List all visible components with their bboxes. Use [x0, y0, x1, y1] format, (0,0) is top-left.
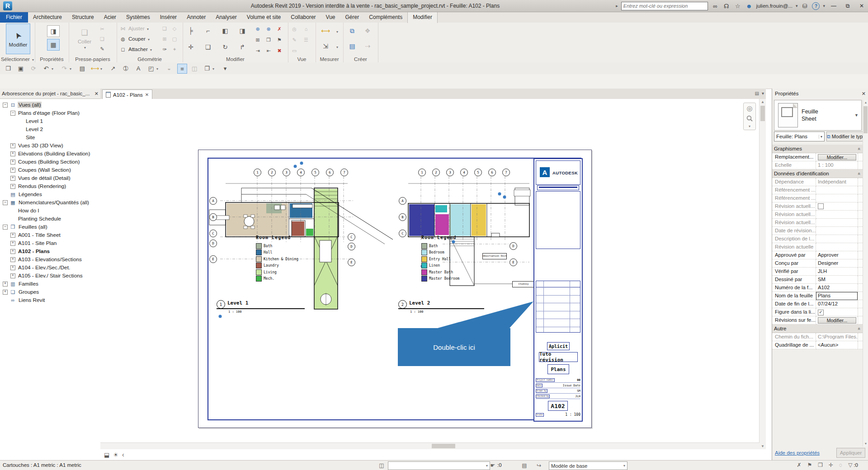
ribbon-tab-ins-rer[interactable]: Insérer [155, 12, 182, 23]
prop-value-r-vision-actuell[interactable] [816, 219, 858, 227]
select-underlay-icon[interactable]: ◌ [839, 462, 842, 468]
create-group-icon[interactable]: ⧉ [348, 26, 357, 35]
trim-extend-icon[interactable]: ↱ [238, 42, 247, 52]
tree-item-how-do-i[interactable]: How do I [0, 207, 100, 215]
tree-item-rendus-rendering[interactable]: +Rendus (Rendering) [0, 182, 100, 190]
redo-icon[interactable]: ↷ [60, 64, 69, 73]
prop-value-figure-dans-la-li[interactable]: ✓ [816, 308, 858, 316]
prop-section-graphismes[interactable]: Graphismes« [772, 145, 863, 153]
cut-geometry-icon[interactable]: ◍ [119, 35, 127, 42]
paste-button[interactable]: ❑ Coller ▾ [74, 24, 95, 54]
design-option-dropdown[interactable]: Modèle de base▾ [549, 461, 627, 470]
prop-value-description-de-l[interactable] [816, 235, 858, 243]
close-hidden-windows-icon[interactable]: ◫ [190, 64, 199, 73]
signed-in-user[interactable]: julien.frouin@... [756, 3, 793, 9]
ribbon-tab-volume-et-site[interactable]: Volume et site [242, 12, 286, 23]
tab-overflow-caret-icon[interactable]: ▾ [762, 91, 764, 96]
apply-button[interactable]: Appliquer [836, 448, 865, 458]
ribbon-tab-fichier[interactable]: Fichier [0, 12, 28, 23]
worksets-dropdown[interactable]: ▾ [388, 461, 490, 470]
tree-item-planting-schedule[interactable]: Planting Schedule [0, 215, 100, 223]
properties-help-link[interactable]: Aide des propriétés [775, 450, 820, 456]
tree-item-vues-all[interactable]: −⊡Vues (all) [0, 101, 100, 109]
tree-item-feuilles-all[interactable]: −❒Feuilles (all) [0, 223, 100, 231]
prop-value-r-f-rencement[interactable] [816, 186, 858, 194]
expand-icon[interactable]: + [10, 160, 15, 164]
checkbox-checked-icon[interactable]: ✓ [818, 310, 824, 315]
ribbon-tab-g-rer[interactable]: Gérer [340, 12, 364, 23]
tree-item-plans-d-tage-floor-plan[interactable]: −Plans d'étage (Floor Plan) [0, 109, 100, 117]
expand-icon[interactable]: + [3, 282, 8, 287]
type-selector-caret-icon[interactable]: ▼ [854, 113, 859, 118]
profile-icon[interactable]: ▢ [171, 35, 178, 42]
prop-scroll-down-icon[interactable]: ▼ [863, 441, 868, 446]
measure-ruler-icon[interactable]: ⟷ [321, 26, 330, 35]
tree-item-a102-plans[interactable]: +A102 - Plans [0, 247, 100, 255]
ribbon-tab-architecture[interactable]: Architecture [28, 12, 67, 23]
section-icon[interactable]: ◒ [165, 64, 174, 73]
project-browser-close-icon[interactable]: ✕ [94, 91, 99, 97]
create-parts-icon[interactable]: ⇢ [363, 42, 372, 51]
vertical-scrollbar[interactable]: ▲ ▼ [759, 99, 766, 449]
tree-item-familles[interactable]: +▥Familles [0, 280, 100, 288]
account-icon[interactable]: ☻ [745, 2, 753, 10]
create-assembly-icon[interactable]: ▤ [348, 42, 357, 51]
measure-icon[interactable]: ⟷ [90, 64, 99, 73]
steering-wheel-icon[interactable]: ◎ [746, 104, 752, 113]
active-only-icon[interactable]: ↪ [535, 462, 542, 469]
edit-type-button[interactable]: ⧉ Modifier le type [826, 132, 866, 141]
press-drag-select-icon[interactable]: ✗ [797, 462, 801, 468]
help-caret-icon[interactable]: ▾ [823, 4, 825, 8]
expand-icon[interactable]: + [10, 257, 15, 262]
double-click-callout[interactable]: Double-clic ici [398, 328, 510, 366]
worksets-icon[interactable]: ◫ [378, 462, 385, 469]
hammer-icon[interactable]: ✦ [171, 46, 178, 53]
demolish-icon[interactable]: ◇ [171, 25, 178, 32]
join-geometry-icon[interactable]: ◻ [119, 46, 127, 53]
modify-select-button[interactable]: ➤ Modifier [6, 24, 30, 54]
expand-icon[interactable]: + [10, 168, 15, 173]
expand-icon[interactable]: + [10, 249, 15, 254]
mirror-draw-axis-icon[interactable]: ◨ [238, 26, 247, 35]
title-block[interactable]: A AUTODESK Aplicit Tuto révision Plans P… [533, 158, 583, 422]
zoom-icon[interactable] [746, 115, 753, 122]
ribbon-tab-collaborer[interactable]: Collaborer [286, 12, 321, 23]
ribbon-tab-compl-ments[interactable]: Compléments [364, 12, 407, 23]
cope-icon[interactable]: ⋈ [119, 25, 127, 32]
scroll-up-icon[interactable]: ▲ [760, 99, 766, 105]
align-icon[interactable]: ╞ [186, 26, 195, 35]
scale-box-icon[interactable]: ⬓ [104, 451, 109, 458]
collapse-left-icon[interactable]: ‹ [122, 451, 124, 458]
aligned-dimension-icon[interactable]: ↗ [108, 64, 118, 73]
thin-lines-icon[interactable]: ≡ [177, 64, 187, 74]
split-with-gap-icon[interactable]: ⊗ [265, 25, 272, 33]
reveal-hidden-icon[interactable]: ☀ [113, 451, 118, 458]
tree-item-l-gendes[interactable]: ▤Légendes [0, 190, 100, 198]
nav-caret-icon[interactable]: ▾ [749, 124, 750, 128]
prop-value-con-u-par[interactable]: Designer [816, 259, 858, 268]
tree-item-el-vations-building-elevation[interactable]: +Elévations (Building Elevation) [0, 150, 100, 158]
extend-multiple-icon[interactable]: ⇤ [265, 47, 272, 54]
collapse-icon[interactable]: − [10, 111, 15, 116]
filter-combo[interactable]: Feuille: Plans▾ [774, 132, 825, 141]
default-3d-view-caret-icon[interactable]: ▾ [156, 67, 158, 71]
tree-item-a105-elev-stair-sections[interactable]: +A105 - Elev./ Stair Sections [0, 272, 100, 280]
linework-icon[interactable]: ☰ [302, 36, 310, 43]
paint-icon[interactable]: ✑ [161, 46, 168, 53]
prop-value-r-visions-sur-fe[interactable]: Modifier... [816, 316, 858, 324]
prop-value-r-vision-actuell[interactable] [816, 202, 858, 211]
tab-list-icon[interactable]: ▤ [755, 91, 759, 96]
prop-value-r-vision-actuell[interactable] [816, 211, 858, 219]
display-icon[interactable]: ⌂ [302, 25, 310, 33]
save-icon[interactable]: ▣ [16, 64, 25, 73]
prop-section-donn-es-d-identification[interactable]: Données d'identification« [772, 169, 863, 178]
cut-geometry-label[interactable]: Couper ▾ [128, 36, 150, 42]
search-icon[interactable]: ∞ [711, 2, 719, 10]
redo-caret-icon[interactable]: ▾ [70, 67, 71, 71]
trim-to-corner-icon[interactable]: ⇥ [254, 47, 261, 54]
match-properties-icon[interactable]: ✎ [99, 45, 106, 52]
prop-value-chemin-du-fich[interactable]: C:\Program Files... [816, 333, 858, 341]
prop-value-r-vision-actuelle[interactable] [816, 243, 858, 251]
pin-icon[interactable]: ⚑ [276, 36, 283, 43]
close-button[interactable]: ✕ [856, 1, 867, 10]
